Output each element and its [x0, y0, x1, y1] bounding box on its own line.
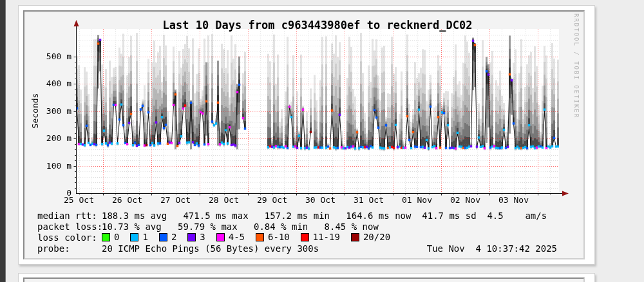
- generated-timestamp: Tue Nov 4 10:37:42 2025: [427, 243, 557, 254]
- probe-value: 20 ICMP Echo Pings (56 Bytes) every 300s: [102, 243, 319, 254]
- loss-color-entry: 1: [130, 232, 147, 242]
- loss-color-swatch: [351, 233, 359, 241]
- x-tick-label: 01 Nov: [395, 195, 440, 205]
- loss-color-entries: 01234-56-1011-1920/20: [102, 232, 401, 243]
- loss-color-label: loss color:: [37, 232, 102, 243]
- loss-color-swatch: [301, 233, 309, 241]
- x-tick-label: 28 Oct: [202, 195, 247, 205]
- x-tick-label: 30 Oct: [298, 195, 343, 205]
- loss-color-entry: 20/20: [351, 232, 390, 242]
- loss-color-entry: 2: [159, 232, 176, 242]
- legend-row-median: median rtt: 188.3 ms avg 471.5 ms max 15…: [37, 211, 571, 221]
- loss-color-bucket-label: 0: [114, 232, 119, 242]
- loss-color-bucket-label: 20/20: [363, 232, 390, 242]
- legend-row-loss: packet loss: 10.73 % avg 59.79 % max 0.8…: [37, 221, 571, 232]
- rrdtool-attribution: RRDTOOL / TOBI OETIKER: [573, 14, 580, 118]
- packet-loss-values: 10.73 % avg 59.79 % max 0.84 % min 8.45 …: [102, 221, 379, 232]
- loss-color-entry: 4-5: [216, 232, 245, 242]
- loss-color-entry: 3: [187, 232, 205, 242]
- legend-row-probe: probe: 20 ICMP Echo Pings (56 Bytes) eve…: [37, 243, 571, 254]
- graph-card-partial: [18, 273, 595, 282]
- loss-color-swatch: [159, 233, 167, 241]
- loss-color-swatch: [130, 233, 138, 241]
- loss-color-swatch: [256, 233, 264, 241]
- x-tick-label: 31 Oct: [346, 195, 392, 205]
- loss-color-swatch: [187, 233, 196, 241]
- loss-color-bucket-label: 4-5: [229, 232, 245, 242]
- x-tick-label: 02 Nov: [443, 195, 488, 205]
- y-tick-label: 100 m: [24, 161, 71, 171]
- loss-color-bucket-label: 11-19: [313, 232, 340, 242]
- smokeping-graph-image[interactable]: Last 10 Days from c963443980ef to reckne…: [23, 10, 585, 259]
- y-tick-label: 400 m: [24, 79, 71, 88]
- x-tick-label: 25 Oct: [57, 195, 102, 205]
- legend-row-loss-color: loss color: 01234-56-1011-1920/20: [37, 232, 571, 243]
- probe-label: probe:: [37, 243, 102, 254]
- y-tick-label: 200 m: [24, 133, 71, 143]
- x-tick-label: 29 Oct: [250, 195, 295, 205]
- loss-color-bucket-label: 6-10: [268, 232, 290, 242]
- loss-color-entry: 6-10: [256, 232, 290, 242]
- graph-content: Last 10 Days from c963443980ef to reckne…: [24, 12, 583, 258]
- loss-color-swatch: [102, 233, 110, 241]
- loss-color-bucket-label: 3: [200, 232, 205, 242]
- graph-card: Last 10 Days from c963443980ef to reckne…: [18, 5, 595, 265]
- loss-color-entry: 0: [102, 232, 119, 242]
- chart-title: Last 10 Days from c963443980ef to reckne…: [52, 19, 583, 32]
- loss-color-bucket-label: 1: [142, 232, 147, 242]
- x-tick-label: 26 Oct: [105, 195, 150, 205]
- loss-color-swatch: [216, 233, 225, 241]
- y-tick-label: 300 m: [24, 106, 71, 116]
- loss-color-entry: 11-19: [301, 232, 340, 242]
- smokeping-graph-image-partial[interactable]: [23, 277, 585, 282]
- window-edge-highlight: [5, 0, 6, 282]
- median-rtt-values: 188.3 ms avg 471.5 ms max 157.2 ms min 1…: [102, 211, 547, 221]
- y-tick-label: 500 m: [24, 52, 71, 61]
- x-tick-label: 03 Nov: [491, 195, 536, 205]
- packet-loss-label: packet loss:: [37, 221, 102, 232]
- loss-color-bucket-label: 2: [171, 232, 176, 242]
- window-edge-strip: [0, 0, 5, 282]
- x-tick-label: 27 Oct: [153, 195, 198, 205]
- median-rtt-label: median rtt:: [37, 211, 102, 221]
